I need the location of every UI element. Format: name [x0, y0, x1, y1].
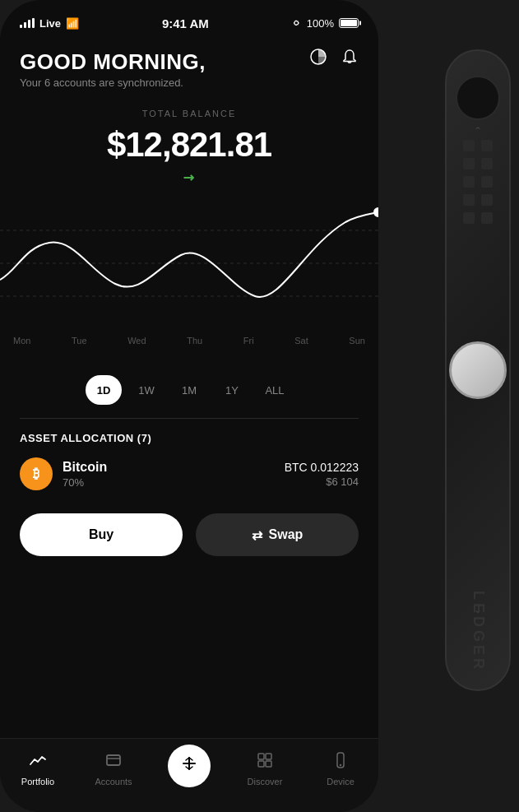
day-fri: Fri [243, 336, 254, 346]
asset-bitcoin-info: Bitcoin 70% [63, 460, 107, 489]
nav-accounts[interactable]: Accounts [76, 751, 151, 786]
balance-section: TOTAL BALANCE $12,821.81 ↗ [0, 89, 378, 184]
discover-icon [256, 751, 274, 773]
bitcoin-amount: BTC 0.012223 [285, 461, 359, 474]
device-middle-button[interactable] [449, 341, 507, 399]
bitcoin-percentage: 70% [63, 476, 107, 489]
svg-rect-12 [266, 761, 271, 767]
buy-button[interactable]: Buy [20, 513, 183, 556]
device-icon-6 [481, 176, 493, 188]
device-icon-2 [481, 140, 493, 151]
swap-icon: ⇄ [252, 527, 262, 543]
bitcoin-value: $6 104 [285, 476, 359, 488]
balance-amount: $12,821.81 [20, 125, 359, 165]
ledger-device: ⌃ ⌄ LEDGER [437, 49, 519, 765]
device-nav-up[interactable]: ⌃ [474, 125, 482, 137]
section-divider [20, 418, 359, 419]
filter-1m[interactable]: 1M [171, 375, 207, 405]
day-wed: Wed [127, 336, 146, 346]
transfer-icon [180, 754, 198, 777]
battery-label: 100% [307, 17, 334, 30]
device-icon-7 [463, 194, 475, 206]
nav-portfolio[interactable]: Portfolio [0, 751, 76, 786]
day-sat: Sat [294, 336, 308, 346]
svg-rect-10 [266, 754, 271, 759]
device-icon-3 [463, 158, 475, 169]
day-tue: Tue [72, 336, 87, 346]
carrier-label: Live [39, 17, 61, 30]
nav-accounts-label: Accounts [95, 777, 132, 786]
device-icon [331, 751, 350, 773]
device-icon-grid [456, 133, 499, 230]
day-thu: Thu [187, 336, 202, 346]
filter-all[interactable]: ALL [257, 375, 293, 405]
filter-1d[interactable]: 1D [86, 375, 122, 405]
bluetooth-icon: ⭘ [292, 17, 302, 29]
chart-svg [0, 197, 378, 329]
wifi-icon: 📶 [66, 17, 79, 30]
device-icon-5 [463, 176, 475, 188]
nav-device[interactable]: Device [303, 751, 378, 786]
bitcoin-icon: ₿ [20, 457, 53, 490]
balance-change: ↗ [20, 169, 359, 184]
device-top-circle [456, 76, 500, 120]
status-left: Live 📶 [20, 17, 79, 30]
day-mon: Mon [13, 336, 30, 346]
asset-allocation-section: ASSET ALLOCATION (7) ₿ Bitcoin 70% BTC 0… [0, 432, 378, 490]
bell-icon[interactable] [341, 48, 359, 70]
battery-fill [341, 20, 357, 26]
nav-portfolio-label: Portfolio [21, 777, 54, 786]
transfer-button[interactable] [168, 745, 211, 787]
battery-icon [339, 18, 359, 28]
trend-up-icon: ↗ [178, 166, 199, 187]
status-right: ⭘ 100% [292, 17, 359, 30]
phone-frame: Live 📶 9:41 AM ⭘ 100% GOOD MORNING, Your… [0, 0, 378, 812]
asset-bitcoin-left: ₿ Bitcoin 70% [20, 457, 107, 490]
accounts-icon [104, 751, 123, 773]
nav-discover-label: Discover [248, 777, 283, 786]
filter-1y[interactable]: 1Y [214, 375, 250, 405]
device-icon-4 [481, 158, 493, 169]
svg-point-14 [340, 764, 341, 766]
device-body: ⌃ ⌄ LEDGER [445, 49, 511, 691]
header-icons [309, 48, 359, 70]
day-sun: Sun [349, 336, 365, 346]
nav-device-label: Device [327, 777, 354, 786]
portfolio-icon [29, 751, 47, 773]
swap-button[interactable]: ⇄ Swap [196, 513, 359, 556]
device-icon-9 [463, 212, 475, 224]
asset-bitcoin-right: BTC 0.012223 $6 104 [285, 461, 359, 488]
filter-1w[interactable]: 1W [128, 375, 165, 405]
chart-pie-icon[interactable] [309, 48, 327, 70]
svg-rect-5 [107, 755, 120, 765]
greeting-title: GOOD MORNING, [20, 49, 359, 75]
nav-transfer-center[interactable] [151, 745, 227, 794]
nav-discover[interactable]: Discover [227, 751, 303, 786]
asset-allocation-title: ASSET ALLOCATION (7) [20, 432, 359, 444]
swap-label: Swap [269, 527, 304, 542]
device-icon-8 [481, 194, 493, 206]
device-icon-1 [463, 140, 475, 151]
time-filter-bar: 1D 1W 1M 1Y ALL [0, 375, 378, 405]
status-bar: Live 📶 9:41 AM ⭘ 100% [0, 0, 378, 36]
asset-bitcoin-row[interactable]: ₿ Bitcoin 70% BTC 0.012223 $6 104 [20, 457, 359, 490]
ledger-brand-label: LEDGER [470, 591, 487, 672]
bitcoin-name: Bitcoin [63, 460, 107, 475]
chart-day-labels: Mon Tue Wed Thu Fri Sat Sun [0, 336, 378, 346]
action-buttons: Buy ⇄ Swap [0, 497, 378, 573]
device-icon-10 [481, 212, 493, 224]
accounts-subtitle: Your 6 accounts are synchronized. [20, 77, 359, 89]
svg-point-4 [374, 208, 378, 216]
svg-rect-11 [258, 761, 264, 767]
status-time: 9:41 AM [162, 16, 209, 30]
signal-icon [20, 18, 35, 28]
balance-label: TOTAL BALANCE [20, 109, 359, 118]
price-chart: Mon Tue Wed Thu Fri Sat Sun [0, 197, 378, 362]
svg-rect-9 [258, 754, 264, 759]
bottom-navigation: Portfolio Accounts [0, 738, 378, 812]
